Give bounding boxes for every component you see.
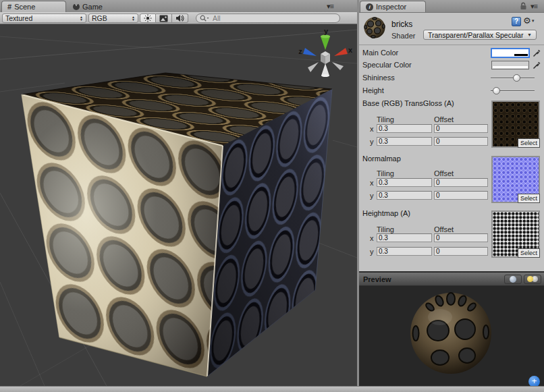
scene-3d-view: y z x bbox=[0, 24, 357, 386]
normalmap-offset-x-input[interactable] bbox=[434, 178, 488, 187]
eyedropper-icon[interactable] bbox=[533, 61, 541, 69]
sun-icon bbox=[144, 14, 152, 22]
render-mode-dropdown[interactable]: Textured ▲▼ bbox=[2, 13, 86, 23]
gizmo-axis-gray[interactable] bbox=[321, 63, 329, 76]
help-icon[interactable]: ? bbox=[512, 17, 521, 26]
gizmo-label-z: z bbox=[298, 47, 302, 55]
offset-header: Offset bbox=[434, 225, 454, 233]
scene-toolbar: Textured ▲▼ RGB ▲▼ bbox=[0, 12, 357, 24]
heightmap-tiling-x-input[interactable] bbox=[377, 233, 432, 242]
header-separator bbox=[359, 45, 544, 45]
heightmap-offset-y-input[interactable] bbox=[434, 247, 488, 256]
main-color-swatch[interactable] bbox=[491, 49, 529, 57]
gizmo-axis-gray[interactable] bbox=[332, 62, 344, 70]
scene-search-field[interactable] bbox=[196, 13, 340, 23]
normalmap-tiling-x-input[interactable] bbox=[377, 178, 432, 187]
preview-shape-button[interactable] bbox=[504, 275, 522, 284]
preview-title: Preview bbox=[359, 275, 504, 283]
normalmap-thumbnail[interactable]: Select bbox=[491, 156, 540, 203]
search-icon bbox=[200, 15, 209, 22]
view-toggle-group bbox=[140, 13, 188, 23]
tab-scene[interactable]: # Scene bbox=[1, 1, 66, 12]
tiling-header: Tiling bbox=[377, 169, 394, 177]
normalmap-tiling-y-input[interactable] bbox=[377, 191, 432, 200]
gizmo-axis-x[interactable] bbox=[334, 48, 348, 56]
skybox-toggle[interactable] bbox=[156, 13, 172, 23]
bricks-cube[interactable] bbox=[22, 73, 332, 376]
base-map-thumbnail[interactable]: Select bbox=[491, 101, 540, 148]
gear-icon[interactable]: ⚙▼ bbox=[523, 16, 535, 26]
main-color-label: Main Color bbox=[362, 49, 398, 57]
preview-header[interactable]: Preview bbox=[359, 273, 544, 286]
height-slider[interactable] bbox=[491, 86, 535, 95]
normalmap-label: Normalmap bbox=[362, 155, 401, 163]
sphere-icon bbox=[510, 276, 516, 283]
shader-dropdown[interactable]: Transparent/Parallax Specular ▼ bbox=[423, 30, 537, 40]
tab-inspector[interactable]: i Inspector bbox=[360, 1, 426, 12]
slider-knob[interactable] bbox=[493, 87, 500, 94]
preview-lighting-button[interactable] bbox=[524, 275, 541, 284]
tab-game[interactable]: Game bbox=[67, 1, 109, 12]
window-bottom-strip bbox=[0, 386, 544, 392]
scene-panel: # Scene Game ▾≡ Textured ▲▼ RGB ▲▼ bbox=[0, 0, 357, 386]
base-offset-y-input[interactable] bbox=[434, 137, 488, 146]
heightmap-offset-x-input[interactable] bbox=[434, 233, 488, 242]
scene-viewport[interactable]: y z x bbox=[0, 24, 357, 386]
offset-header: Offset bbox=[434, 115, 454, 123]
render-mode-value: Textured bbox=[5, 14, 77, 22]
image-icon bbox=[159, 15, 168, 22]
add-preview-button[interactable]: + bbox=[528, 376, 540, 386]
tab-game-label: Game bbox=[82, 3, 103, 11]
gizmo-axis-gray[interactable] bbox=[308, 62, 319, 72]
alpha-bar bbox=[493, 54, 528, 56]
alpha-bar bbox=[493, 66, 528, 68]
normalmap-offset-y-input[interactable] bbox=[434, 191, 488, 200]
color-mode-dropdown[interactable]: RGB ▲▼ bbox=[88, 13, 138, 23]
scene-tabbar: # Scene Game ▾≡ bbox=[0, 0, 357, 13]
shininess-label: Shininess bbox=[362, 74, 395, 82]
shader-value: Transparent/Parallax Specular bbox=[428, 31, 527, 39]
chevron-down-icon: ▼ bbox=[527, 32, 532, 37]
gizmo-label-y: y bbox=[324, 27, 329, 35]
base-map-select-button[interactable]: Select bbox=[518, 138, 540, 148]
heightmap-thumbnail[interactable]: Select bbox=[491, 211, 540, 258]
unity-editor-window: # Scene Game ▾≡ Textured ▲▼ RGB ▲▼ bbox=[0, 0, 544, 392]
inspector-panel: i Inspector ▾≡ bbox=[359, 0, 544, 386]
updown-arrows-icon: ▲▼ bbox=[132, 16, 135, 21]
base-offset-x-input[interactable] bbox=[434, 124, 488, 133]
info-icon: i bbox=[366, 3, 373, 11]
heightmap-tiling-y-input[interactable] bbox=[377, 247, 432, 256]
eyedropper-icon[interactable] bbox=[533, 49, 541, 57]
slider-knob[interactable] bbox=[513, 74, 520, 82]
row-y-label: y bbox=[370, 192, 374, 200]
scene-orientation-gizmo[interactable]: y z x bbox=[298, 27, 353, 77]
shininess-slider[interactable] bbox=[491, 74, 535, 82]
scene-panel-menu-icon[interactable]: ▾≡ bbox=[327, 2, 333, 11]
material-sphere-icon bbox=[363, 16, 386, 39]
lock-icon[interactable] bbox=[520, 2, 527, 10]
inspector-menu-icon[interactable]: ▾≡ bbox=[531, 2, 537, 11]
scene-grid-icon: # bbox=[7, 3, 11, 11]
color-mode-value: RGB bbox=[92, 14, 129, 22]
row-x-label: x bbox=[370, 234, 374, 242]
scene-lighting-toggle[interactable] bbox=[140, 13, 156, 23]
preview-viewport[interactable]: + bbox=[359, 286, 544, 386]
gizmo-axis-z[interactable] bbox=[303, 48, 317, 56]
heightmap-select-button[interactable]: Select bbox=[518, 248, 540, 258]
normalmap-select-button[interactable]: Select bbox=[518, 194, 540, 203]
specular-color-label: Specular Color bbox=[362, 61, 412, 69]
base-tiling-x-input[interactable] bbox=[377, 124, 432, 133]
updown-arrows-icon: ▲▼ bbox=[80, 16, 83, 21]
preview-sphere[interactable] bbox=[408, 290, 494, 376]
search-input[interactable] bbox=[211, 13, 336, 23]
gizmo-label-x: x bbox=[348, 46, 353, 54]
shader-label: Shader bbox=[391, 32, 415, 40]
specular-color-swatch[interactable] bbox=[491, 61, 529, 69]
row-x-label: x bbox=[370, 179, 374, 187]
audio-toggle[interactable] bbox=[172, 13, 188, 23]
tab-inspector-label: Inspector bbox=[376, 3, 406, 11]
base-tiling-y-input[interactable] bbox=[377, 137, 432, 146]
row-y-label: y bbox=[370, 138, 374, 146]
gizmo-axis-y[interactable] bbox=[321, 36, 330, 50]
row-x-label: x bbox=[370, 125, 374, 133]
